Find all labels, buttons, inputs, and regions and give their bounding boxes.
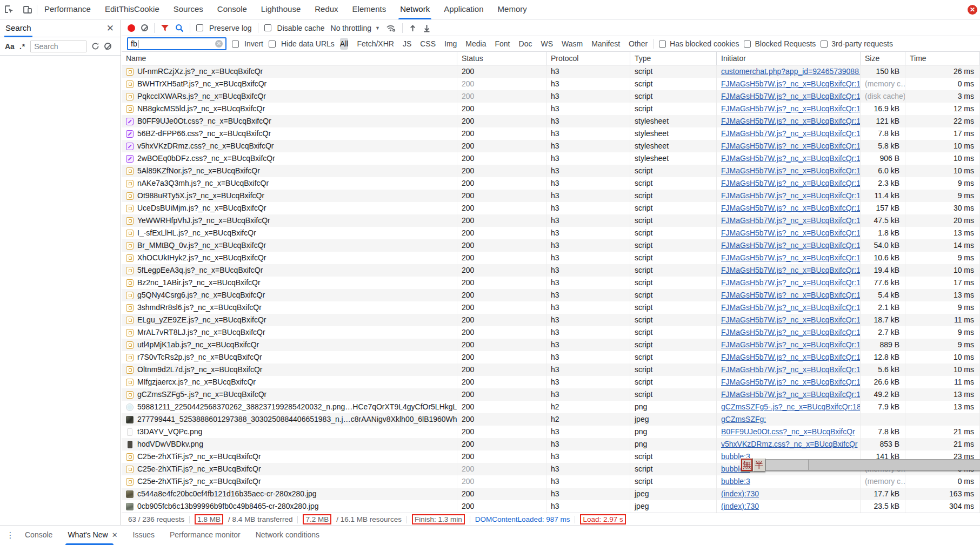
initiator-link[interactable]: FJMaGsH5b7W.js?_nc_x=BUcqBxifcQr:168 [721, 253, 861, 262]
tab-redux[interactable]: Redux [308, 0, 345, 19]
tab-editthiscookie[interactable]: EditThisCookie [98, 0, 166, 19]
initiator-link[interactable]: customerchat.php?app_id=92465739088… [721, 67, 861, 76]
table-row[interactable]: Uf-nmRCzjXz.js?_nc_x=BUcqBxifcQr200h3scr… [122, 65, 980, 78]
initiator-link[interactable]: B0FF9UJe0Ot.css?_nc_x=BUcqBxifcQr [721, 427, 855, 436]
table-row[interactable]: utl4pMjK1ab.js?_nc_x=BUcqBxifcQr200h3scr… [122, 339, 980, 351]
tab-console[interactable]: Console [210, 0, 254, 19]
ime-mode-button[interactable]: 無 [741, 458, 753, 472]
table-row[interactable]: 0cb905fcb6c13b99996b9fb0c49b8465-cr-280x… [122, 500, 980, 513]
initiator-link[interactable]: (index):730 [721, 489, 759, 498]
table-row[interactable]: 56BZ-dFPP66.css?_nc_x=BUcqBxifcQr200h3st… [122, 127, 980, 140]
initiator-link[interactable]: FJMaGsH5b7W.js?_nc_x=BUcqBxifcQr:168 [721, 303, 861, 312]
import-har-icon[interactable] [409, 24, 417, 32]
tab-elements[interactable]: Elements [345, 0, 394, 19]
initiator-link[interactable]: FJMaGsH5b7W.js?_nc_x=BUcqBxifcQr:168 [721, 328, 861, 337]
error-badge-icon[interactable]: ✕ [968, 5, 977, 15]
table-row[interactable]: Ot988uRTy5X.js?_nc_x=BUcqBxifcQr200h3scr… [122, 190, 980, 202]
initiator-link[interactable]: gCZmsSZFg: [721, 415, 766, 423]
type-filter-ws[interactable]: WS [541, 38, 553, 50]
initiator-link[interactable]: FJMaGsH5b7W.js?_nc_x=BUcqBxifcQr:168 [721, 204, 861, 212]
table-row[interactable]: gCZmsSZFg5-.js?_nc_x=BUcqBxifcQr200h3scr… [122, 388, 980, 401]
clear-network-log-icon[interactable] [141, 24, 148, 31]
initiator-link[interactable]: (index):730 [721, 502, 759, 510]
more-tools-kebab-icon[interactable]: ⋮ [3, 530, 17, 540]
throttling-dropdown[interactable]: No throttling ▼ [331, 24, 380, 32]
initiator-link[interactable]: FJMaGsH5b7W.js?_nc_x=BUcqBxifcQr:168 [721, 79, 861, 88]
column-header-size[interactable]: Size [861, 52, 905, 65]
table-row[interactable]: Bz2nc_1ABir.js?_nc_x=BUcqBxifcQr200h3scr… [122, 277, 980, 289]
match-case-toggle[interactable]: Aa [5, 42, 15, 51]
initiator-link[interactable]: FJMaGsH5b7W.js?_nc_x=BUcqBxifcQr:168 [721, 104, 861, 113]
preserve-log-checkbox[interactable] [196, 24, 203, 31]
column-header-time[interactable]: Time [905, 52, 980, 65]
table-row[interactable]: r7S0vTcRs2p.js?_nc_x=BUcqBxifcQr200h3scr… [122, 351, 980, 364]
table-row[interactable]: 59881211_2250442568370262_38823719928542… [122, 401, 980, 413]
initiator-link[interactable]: FJMaGsH5b7W.js?_nc_x=BUcqBxifcQr:168 [721, 365, 861, 374]
type-filter-img[interactable]: Img [444, 38, 457, 50]
table-row[interactable]: 277799441_5253888601297388_3030250884406… [122, 413, 980, 426]
initiator-link[interactable]: FJMaGsH5b7W.js?_nc_x=BUcqBxifcQr:168 [721, 291, 861, 299]
type-filter-fetch-xhr[interactable]: Fetch/XHR [357, 38, 394, 50]
initiator-link[interactable]: FJMaGsH5b7W.js?_nc_x=BUcqBxifcQr:168 [721, 166, 861, 175]
invert-checkbox[interactable] [232, 41, 239, 48]
initiator-link[interactable]: FJMaGsH5b7W.js?_nc_x=BUcqBxifcQr:168 [721, 266, 861, 274]
initiator-link[interactable]: FJMaGsH5b7W.js?_nc_x=BUcqBxifcQr:168 [721, 390, 861, 399]
search-input[interactable] [30, 41, 86, 52]
table-row[interactable]: UceDsBUiMjm.js?_nc_x=BUcqBxifcQr200h3scr… [122, 202, 980, 214]
drawer-tab-what-s-new[interactable]: What's New✕ [60, 526, 125, 545]
regex-toggle[interactable]: .* [19, 42, 25, 51]
table-row[interactable]: v5hxVKzDRmz.css?_nc_x=BUcqBxifcQr200h3st… [122, 140, 980, 152]
table-row[interactable]: BWHTrXH5atP.js?_nc_x=BUcqBxifcQr200h3scr… [122, 78, 980, 90]
initiator-link[interactable]: FJMaGsH5b7W.js?_nc_x=BUcqBxifcQr:168 [721, 340, 861, 349]
drawer-tab-issues[interactable]: Issues [125, 526, 162, 545]
table-row[interactable]: Oltnm9d2L7d.js?_nc_x=BUcqBxifcQr200h3scr… [122, 364, 980, 376]
table-row[interactable]: I_-sfExLlHL.js?_nc_x=BUcqBxifcQr200h3scr… [122, 227, 980, 239]
initiator-link[interactable]: FJMaGsH5b7W.js?_nc_x=BUcqBxifcQr:168 [721, 378, 861, 386]
drawer-tab-console[interactable]: Console [17, 526, 60, 545]
table-row[interactable]: hodVDwVBDkv.png200h3pngv5hxVKzDRmz.css?_… [122, 438, 980, 450]
table-row[interactable]: 5fLegpEeA3q.js?_nc_x=BUcqBxifcQr200h3scr… [122, 264, 980, 277]
refresh-search-icon[interactable] [91, 42, 99, 50]
filter-funnel-icon[interactable] [161, 24, 169, 32]
drawer-tab-performance-monitor[interactable]: Performance monitor [162, 526, 248, 545]
inspect-element-icon[interactable] [0, 0, 18, 19]
table-row[interactable]: MIfgzjaercx.js?_nc_x=BUcqBxifcQr200h3scr… [122, 376, 980, 388]
initiator-link[interactable]: v5hxVKzDRmz.css?_nc_x=BUcqBxifcQr [721, 440, 857, 448]
type-filter-js[interactable]: JS [403, 38, 411, 50]
initiator-link[interactable]: FJMaGsH5b7W.js?_nc_x=BUcqBxifcQr:168 [721, 216, 861, 225]
table-row[interactable]: PqkccIXWARs.js?_nc_x=BUcqBxifcQr200h3scr… [122, 90, 980, 103]
table-row[interactable]: ELgu_yZE9ZE.js?_nc_x=BUcqBxifcQr200h3scr… [122, 314, 980, 326]
table-row[interactable]: 2wBOEq0bDFz.css?_nc_x=BUcqBxifcQr200h3st… [122, 152, 980, 165]
initiator-link[interactable]: FJMaGsH5b7W.js?_nc_x=BUcqBxifcQr:168 [721, 142, 861, 150]
drawer-tab-network-conditions[interactable]: Network conditions [248, 526, 327, 545]
initiator-link[interactable]: FJMaGsH5b7W.js?_nc_x=BUcqBxifcQr:168 [721, 92, 861, 100]
table-row[interactable]: YeWWRHfpVhJ.js?_nc_x=BUcqBxifcQr200h3scr… [122, 214, 980, 227]
table-row[interactable]: NB8gkcMS5ld.js?_nc_x=BUcqBxifcQr200h3scr… [122, 103, 980, 115]
type-filter-font[interactable]: Font [495, 38, 510, 50]
table-row[interactable]: MrAL7vRT8LJ.js?_nc_x=BUcqBxifcQr200h3scr… [122, 326, 980, 339]
device-toolbar-icon[interactable] [18, 0, 37, 19]
filter-input[interactable]: fb ✕ [127, 37, 226, 50]
initiator-link[interactable]: FJMaGsH5b7W.js?_nc_x=BUcqBxifcQr:168 [721, 129, 861, 138]
close-search-panel-icon[interactable]: ✕ [106, 24, 114, 33]
column-header-initiator[interactable]: Initiator [717, 52, 861, 65]
type-filter-doc[interactable]: Doc [519, 38, 532, 50]
initiator-link[interactable]: FJMaGsH5b7W.js?_nc_x=BUcqBxifcQr:168 [721, 117, 861, 125]
initiator-link[interactable]: FJMaGsH5b7W.js?_nc_x=BUcqBxifcQr:168 [721, 278, 861, 287]
column-header-type[interactable]: Type [630, 52, 717, 65]
table-row[interactable]: B0FF9UJe0Ot.css?_nc_x=BUcqBxifcQr200h3st… [122, 115, 980, 127]
column-header-protocol[interactable]: Protocol [546, 52, 630, 65]
record-network-log-icon[interactable] [128, 24, 135, 32]
checkbox[interactable] [744, 41, 751, 48]
tab-sources[interactable]: Sources [166, 0, 210, 19]
type-filter-media[interactable]: Media [465, 38, 486, 50]
table-row[interactable]: Br_MMtBQ_0v.js?_nc_x=BUcqBxifcQr200h3scr… [122, 239, 980, 252]
type-filter-other[interactable]: Other [629, 38, 648, 50]
ime-width-button[interactable]: 半 [753, 458, 765, 472]
initiator-link[interactable]: FJMaGsH5b7W.js?_nc_x=BUcqBxifcQr:168 [721, 179, 861, 187]
table-row[interactable]: C25e-2hXTiF.js?_nc_x=BUcqBxifcQr200h3scr… [122, 475, 980, 488]
table-row[interactable]: c544a8e4fc20bc0ef4fb121d16b35aec-cr-280x… [122, 488, 980, 500]
table-row[interactable]: nAKe7a3Q3mh.js?_nc_x=BUcqBxifcQr200h3scr… [122, 177, 980, 190]
initiator-link[interactable]: FJMaGsH5b7W.js?_nc_x=BUcqBxifcQr:168 [721, 241, 861, 250]
initiator-link[interactable]: bubble:3 [721, 477, 750, 486]
